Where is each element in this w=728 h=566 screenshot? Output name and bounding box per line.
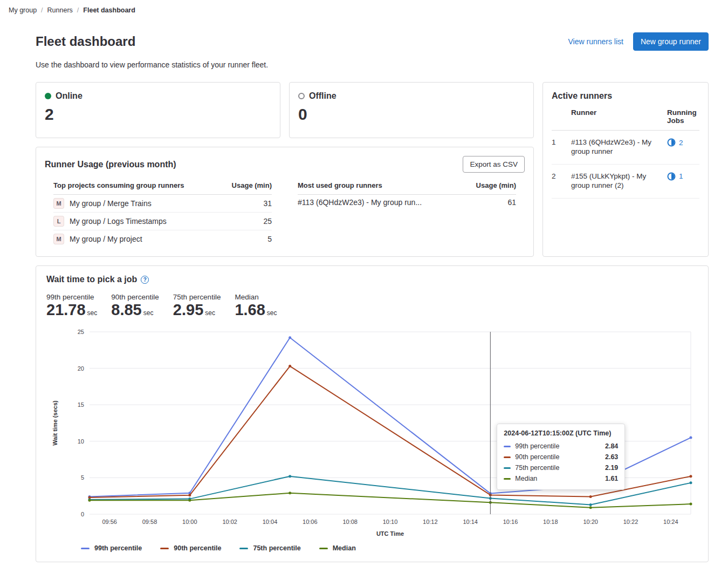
stat-label: Median [235, 293, 277, 301]
svg-text:10:16: 10:16 [503, 519, 518, 525]
running-status-icon [667, 172, 676, 181]
offline-status-icon [298, 93, 305, 99]
svg-text:10:24: 10:24 [663, 519, 678, 525]
running-jobs-count[interactable]: 2 [667, 138, 699, 147]
runner-column-header: Runner [571, 108, 667, 125]
svg-text:10:22: 10:22 [623, 519, 638, 525]
legend-swatch [239, 548, 248, 549]
svg-text:10:10: 10:10 [383, 519, 398, 525]
breadcrumb-my-group[interactable]: My group [9, 6, 37, 14]
stat-75th-percentile: 75th percentile 2.95 sec [173, 293, 221, 319]
runner-link[interactable]: #113 (6QHdzW2e3) - My group runner [571, 138, 667, 156]
project-name[interactable]: My group / Merge Trains [70, 199, 152, 208]
fleet-dashboard-page: Fleet dashboard View runners list New gr… [0, 21, 728, 566]
wait-time-chart-area: 051015202509:5609:5810:0010:0210:0410:06… [44, 326, 700, 540]
runner-name[interactable]: #113 (6QHdzW2e3) - My group run... [298, 198, 422, 207]
svg-text:10:02: 10:02 [222, 519, 237, 525]
chart-legend: 99th percentile90th percentile75th perce… [44, 544, 700, 552]
online-status-icon [45, 93, 51, 99]
svg-text:10:18: 10:18 [543, 519, 558, 525]
project-name[interactable]: My group / My project [70, 235, 142, 243]
stat-99th-percentile: 99th percentile 21.78 sec [46, 293, 97, 319]
table-row: M My group / Merge Trains 31 [53, 195, 272, 213]
export-csv-button[interactable]: Export as CSV [463, 156, 525, 173]
legend-label: 99th percentile [94, 544, 142, 552]
table-row: #113 (6QHdzW2e3) - My group run... 61 [298, 195, 516, 210]
project-avatar: L [53, 216, 64, 227]
jobs-count-value: 2 [679, 139, 683, 147]
usage-value: 25 [263, 217, 272, 226]
svg-text:09:56: 09:56 [102, 519, 117, 525]
offline-runners-card: Offline 0 [289, 82, 534, 138]
svg-text:10:06: 10:06 [303, 519, 318, 525]
page-title: Fleet dashboard [36, 34, 135, 49]
top-projects-table: Top projects consuming group runners Usa… [53, 176, 272, 248]
svg-text:25: 25 [78, 329, 84, 335]
wait-time-chart[interactable]: 051015202509:5609:5810:0010:0210:0410:06… [44, 326, 700, 540]
stat-unit: sec [205, 310, 215, 317]
wait-time-stats: 99th percentile 21.78 sec 90th percentil… [44, 293, 700, 319]
svg-text:10:12: 10:12 [423, 519, 438, 525]
svg-text:20: 20 [78, 365, 84, 372]
svg-text:Wait time (secs): Wait time (secs) [52, 400, 58, 446]
runner-link[interactable]: #155 (ULkKYpkpt) - My group runner (2) [571, 172, 667, 190]
project-avatar: M [53, 234, 64, 244]
table-row: M My group / My project 5 [53, 230, 272, 248]
usage-min-header: Usage (min) [476, 181, 516, 189]
active-runner-row: 1 #113 (6QHdzW2e3) - My group runner 2 [552, 131, 699, 165]
active-runners-card: Active runners Runner Running Jobs 1 #11… [542, 82, 709, 257]
running-status-icon [667, 138, 676, 147]
breadcrumb: My group / Runners / Fleet dashboard [0, 0, 728, 21]
running-jobs-count[interactable]: 1 [667, 172, 699, 181]
stat-unit: sec [267, 310, 277, 317]
breadcrumb-separator: / [77, 6, 79, 14]
running-jobs-column-header: Running Jobs [667, 108, 699, 125]
svg-text:10:20: 10:20 [583, 519, 598, 525]
legend-label: Median [333, 544, 356, 552]
active-runner-row: 2 #155 (ULkKYpkpt) - My group runner (2)… [552, 165, 699, 199]
usage-value: 61 [507, 198, 516, 207]
legend-swatch [319, 548, 328, 549]
stat-label: 75th percentile [173, 293, 221, 301]
stat-value: 1.68 [235, 301, 265, 319]
stat-value: 2.95 [173, 301, 203, 319]
most-used-runners-header: Most used group runners [298, 181, 382, 189]
svg-text:10:08: 10:08 [342, 519, 358, 525]
page-description: Use the dashboard to view performance st… [36, 60, 709, 69]
runner-rank: 1 [552, 138, 571, 146]
svg-text:10: 10 [78, 438, 84, 445]
top-projects-header: Top projects consuming group runners [53, 181, 184, 189]
legend-label: 75th percentile [253, 544, 300, 552]
svg-text:10:04: 10:04 [263, 519, 278, 525]
legend-item-90th-percentile[interactable]: 90th percentile [160, 544, 221, 552]
breadcrumb-separator: / [41, 6, 43, 14]
most-used-runners-table: Most used group runners Usage (min) #113… [298, 176, 516, 248]
svg-text:10:14: 10:14 [463, 519, 478, 525]
new-group-runner-button[interactable]: New group runner [633, 32, 709, 51]
svg-text:5: 5 [81, 475, 84, 481]
stat-median: Median 1.68 sec [235, 293, 277, 319]
runner-rank: 2 [552, 172, 571, 180]
legend-item-median[interactable]: Median [319, 544, 356, 552]
stat-label: 90th percentile [111, 293, 159, 301]
runner-usage-card: Runner Usage (previous month) Export as … [36, 147, 534, 257]
online-count: 2 [45, 105, 271, 124]
svg-text:0: 0 [81, 511, 84, 517]
wait-time-title: Wait time to pick a job [46, 275, 137, 284]
active-runners-title: Active runners [552, 91, 699, 101]
stat-unit: sec [87, 310, 98, 317]
stat-label: 99th percentile [46, 293, 97, 301]
project-name[interactable]: My group / Logs Timestamps [70, 217, 167, 226]
legend-item-75th-percentile[interactable]: 75th percentile [239, 544, 300, 552]
runner-usage-title: Runner Usage (previous month) [45, 160, 176, 169]
offline-count: 0 [298, 105, 525, 124]
view-runners-list-link[interactable]: View runners list [568, 37, 623, 46]
usage-value: 5 [267, 235, 272, 243]
help-icon[interactable]: ? [141, 276, 149, 284]
table-row: L My group / Logs Timestamps 25 [53, 213, 272, 230]
legend-item-99th-percentile[interactable]: 99th percentile [81, 544, 142, 552]
svg-text:UTC Time: UTC Time [376, 530, 404, 537]
online-label: Online [56, 91, 83, 101]
svg-text:10:00: 10:00 [182, 519, 197, 525]
breadcrumb-runners[interactable]: Runners [47, 6, 73, 14]
